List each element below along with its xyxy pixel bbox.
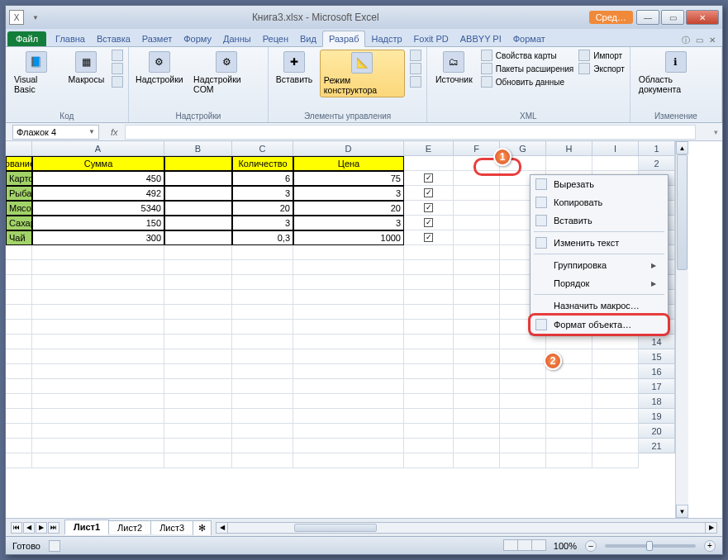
zoom-slider[interactable] — [605, 544, 696, 548]
title-bar: X ▼ Книга3.xlsx - Microsoft Excel Сред… … — [6, 6, 722, 29]
scroll-thumb[interactable] — [677, 154, 688, 270]
row-header-2[interactable]: 2 — [639, 156, 675, 171]
macro-record-icon[interactable] — [49, 540, 60, 552]
ctx-cut[interactable]: Вырезать — [531, 175, 668, 193]
map-props-icon — [481, 50, 492, 61]
sheet-nav-last[interactable]: ⏭ — [48, 522, 59, 534]
checkbox-cell[interactable]: ✓ — [404, 171, 454, 186]
row-header-16[interactable]: 16 — [639, 364, 675, 379]
close-button[interactable]: ✕ — [686, 10, 719, 25]
sheet-nav-next[interactable]: ▶ — [36, 522, 47, 534]
run-dialog-icon[interactable] — [410, 76, 421, 88]
row-header-15[interactable]: 15 — [639, 349, 675, 364]
col-header-B[interactable]: B — [164, 141, 232, 156]
checkbox-cell[interactable]: ✓ — [404, 186, 454, 201]
tab-insert[interactable]: Вставка — [91, 31, 136, 46]
scroll-up-icon[interactable]: ▲ — [676, 141, 688, 154]
tab-file[interactable]: Файл — [7, 31, 46, 46]
record-macro-icon[interactable] — [112, 50, 123, 61]
row-header-1[interactable]: 1 — [639, 141, 675, 156]
col-header-A[interactable]: A — [32, 141, 164, 156]
cell-qty: 20 — [232, 201, 293, 216]
checkbox-icon[interactable]: ✓ — [424, 188, 433, 197]
checkbox-icon[interactable]: ✓ — [424, 203, 433, 212]
ctx-edit-text[interactable]: Изменить текст — [531, 234, 668, 252]
col-header-C[interactable]: C — [232, 141, 293, 156]
row-header-19[interactable]: 19 — [639, 409, 675, 424]
row-header-20[interactable]: 20 — [639, 424, 675, 439]
ctx-format-object[interactable]: Формат объекта… — [528, 313, 670, 336]
col-header-D[interactable]: D — [293, 141, 404, 156]
sheet-tab-2[interactable]: Лист2 — [108, 520, 151, 534]
view-buttons[interactable] — [503, 539, 545, 553]
xml-source-button[interactable]: 🗂Источник — [432, 50, 476, 86]
tab-layout[interactable]: Размет — [136, 31, 178, 46]
use-relative-icon[interactable] — [112, 63, 123, 74]
addins-icon: ⚙ — [149, 51, 170, 73]
sheet-tab-new[interactable]: ✻ — [193, 520, 212, 535]
macro-security-icon[interactable] — [112, 76, 123, 88]
checkbox-icon[interactable]: ✓ — [424, 233, 433, 242]
col-header-H[interactable]: H — [546, 141, 592, 156]
expand-fbar-icon[interactable]: ▾ — [711, 128, 722, 136]
fx-icon[interactable]: fx — [107, 127, 121, 137]
checkbox-icon[interactable]: ✓ — [424, 173, 433, 183]
sheet-tab-3[interactable]: Лист3 — [150, 520, 193, 534]
maximize-button[interactable]: ▭ — [661, 10, 684, 25]
zoom-out-button[interactable]: – — [585, 540, 597, 552]
minimize-button[interactable]: — — [636, 10, 659, 25]
tab-foxit[interactable]: Foxit PD — [408, 31, 454, 46]
horizontal-scrollbar[interactable]: ◀▶ — [216, 522, 717, 534]
vb-icon: 📘 — [26, 51, 47, 73]
row-header-14[interactable]: 14 — [639, 335, 675, 349]
col-header-I[interactable]: I — [592, 141, 639, 156]
tab-addins[interactable]: Надстр — [365, 31, 407, 46]
checkbox-cell[interactable]: ✓ — [404, 230, 454, 245]
sheet-nav-first[interactable]: ⏮ — [11, 522, 22, 534]
macros-button[interactable]: ▦Макросы — [66, 50, 107, 86]
row-header-21[interactable]: 21 — [639, 439, 675, 453]
formula-input[interactable] — [125, 125, 696, 140]
qat-down-icon[interactable]: ▼ — [29, 14, 42, 21]
chevron-down-icon[interactable]: ▼ — [88, 128, 95, 135]
insert-control-button[interactable]: ✚Вставить — [274, 50, 315, 86]
tab-formulas[interactable]: Форму — [178, 31, 217, 46]
cell-sum: 450 — [32, 171, 164, 186]
scroll-down-icon[interactable]: ▼ — [676, 505, 688, 518]
view-code-icon[interactable] — [410, 63, 421, 74]
name-box[interactable]: Флажок 4▼ — [12, 125, 99, 140]
ctx-assign-macro[interactable]: Назначить макрос… — [531, 297, 668, 315]
ctx-order[interactable]: Порядок▶ — [531, 274, 668, 292]
row-header-18[interactable]: 18 — [639, 394, 675, 409]
com-addins-button[interactable]: ⚙Надстройки COM — [190, 50, 263, 96]
checkbox-cell[interactable]: ✓ — [404, 201, 454, 216]
addins-button[interactable]: ⚙Надстройки — [134, 50, 185, 86]
chevron-right-icon: ▶ — [651, 280, 656, 287]
zoom-in-button[interactable]: + — [704, 540, 716, 552]
doc-panel-button[interactable]: ℹОбласть документа — [635, 50, 716, 96]
tab-home[interactable]: Главна — [50, 31, 91, 46]
design-mode-button[interactable]: 📐Режим конструктора — [320, 50, 405, 97]
row-header-17[interactable]: 17 — [639, 379, 675, 394]
tab-format[interactable]: Формат — [507, 31, 551, 46]
tab-abbyy[interactable]: ABBYY PI — [454, 31, 507, 46]
checkbox-icon[interactable]: ✓ — [424, 218, 433, 227]
vertical-scrollbar[interactable]: ▲ ▼ — [675, 141, 688, 518]
ctx-paste[interactable]: Вставить — [531, 211, 668, 230]
tab-review[interactable]: Рецен — [257, 31, 294, 46]
sheet-nav-prev[interactable]: ◀ — [23, 522, 35, 534]
col-header-E[interactable]: E — [404, 141, 454, 156]
cell-qty: 3 — [232, 186, 293, 201]
ctx-copy[interactable]: Копировать — [531, 193, 668, 211]
tab-developer[interactable]: Разраб — [322, 31, 366, 47]
checkbox-cell[interactable]: ✓ — [404, 216, 454, 230]
zoom-level[interactable]: 100% — [554, 541, 577, 551]
select-all-button[interactable] — [6, 141, 32, 156]
sheet-tab-1[interactable]: Лист1 — [64, 520, 109, 535]
tab-view[interactable]: Вид — [294, 31, 322, 46]
ribbon-help-icons[interactable]: ⓘ ▭ ✕ — [682, 35, 722, 46]
tab-data[interactable]: Данны — [217, 31, 257, 46]
visual-basic-button[interactable]: 📘Visual Basic — [11, 50, 61, 96]
ctx-group[interactable]: Группировка▶ — [531, 256, 668, 274]
properties-icon[interactable] — [410, 50, 421, 61]
